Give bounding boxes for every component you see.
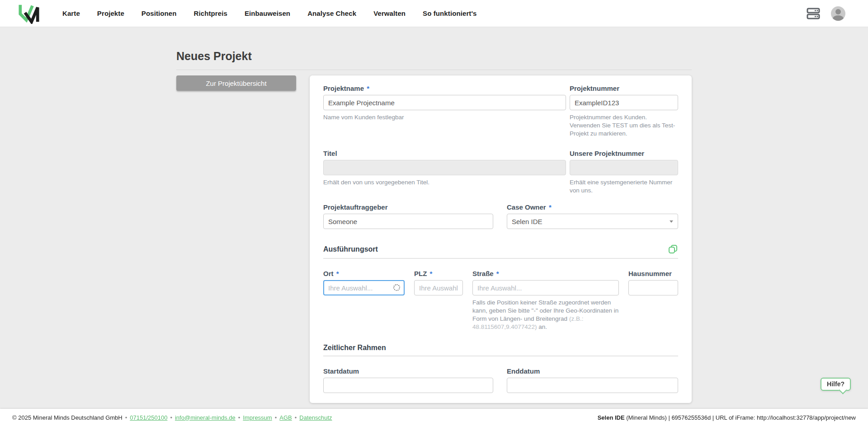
- avatar-body-icon: [833, 15, 844, 21]
- unsere-projektnummer-input: [570, 160, 678, 175]
- left-column: Zur Projektübersicht: [176, 75, 296, 91]
- nav-item-verwalten[interactable]: Verwalten: [373, 9, 406, 17]
- nav-item-so-funktionierts[interactable]: So funktioniert's: [423, 9, 476, 17]
- projektauftraggeber-label: Projektauftraggeber: [323, 203, 493, 211]
- mineral-minds-logo-icon[interactable]: [18, 3, 40, 24]
- separator-dot: •: [125, 414, 127, 421]
- startdatum-label: Startdatum: [323, 367, 493, 375]
- required-asterisk: *: [496, 270, 499, 277]
- nav-item-richtpreis[interactable]: Richtpreis: [194, 9, 227, 17]
- enddatum-input[interactable]: [507, 378, 678, 393]
- page-title: Neues Projekt: [176, 50, 692, 63]
- startdatum-input[interactable]: [323, 378, 493, 393]
- ort-label: Ort *: [323, 270, 405, 277]
- separator-dot: •: [238, 414, 241, 421]
- ausfuehrungsort-section-title: Ausführungsort: [323, 245, 378, 253]
- footer-email-link[interactable]: info@mineral-minds.de: [175, 414, 236, 421]
- titel-input: [323, 160, 566, 175]
- projektnummer-input[interactable]: [570, 95, 678, 110]
- avatar-head-icon: [835, 9, 841, 14]
- footer-impressum-link[interactable]: Impressum: [243, 414, 272, 421]
- section-divider: [323, 356, 678, 356]
- projektnummer-label: Projektnummer: [570, 84, 678, 92]
- projektauftraggeber-input[interactable]: [323, 214, 493, 229]
- enddatum-label: Enddatum: [507, 367, 678, 375]
- page-content: Neues Projekt Zur Projektübersicht Proje…: [176, 50, 692, 426]
- projektname-label: Projektname *: [323, 84, 566, 92]
- title-divider: [176, 70, 692, 70]
- separator-dot: •: [170, 414, 172, 421]
- session-details: (Mineral Minds) | 69576255536d | URL of …: [625, 414, 856, 421]
- help-button[interactable]: Hilfe?: [821, 378, 851, 391]
- plz-input[interactable]: [414, 280, 463, 295]
- nav-item-positionen[interactable]: Positionen: [142, 9, 177, 17]
- titel-help: Erhält den von uns vorgegebenen Titel.: [323, 178, 566, 187]
- server-icon[interactable]: [807, 8, 820, 19]
- footer-phone-link[interactable]: 07151/250100: [130, 414, 167, 421]
- copy-icon[interactable]: [668, 244, 678, 254]
- case-owner-label: Case Owner *: [507, 203, 678, 211]
- strasse-label: Straße *: [472, 270, 619, 277]
- unsere-projektnummer-help: Erhält eine systemgenerierte Nummer von …: [570, 178, 678, 195]
- nav-item-projekte[interactable]: Projekte: [97, 9, 124, 17]
- chevron-down-icon: [670, 220, 673, 223]
- section-divider: [323, 258, 678, 259]
- nav-item-karte[interactable]: Karte: [62, 9, 80, 17]
- loading-spinner-icon: [393, 284, 400, 291]
- session-user: Selen IDE: [598, 414, 625, 421]
- required-asterisk: *: [549, 203, 552, 211]
- footer-bar: © 2025 Mineral Minds Deutschland GmbH • …: [0, 409, 868, 426]
- footer-datenschutz-link[interactable]: Datenschutz: [299, 414, 332, 421]
- case-owner-selected-value: Selen IDE: [512, 218, 542, 225]
- top-navigation-bar: Karte Projekte Positionen Richtpreis Ein…: [0, 0, 868, 27]
- unsere-projektnummer-label: Unsere Projektnummer: [570, 150, 678, 157]
- main-menu: Karte Projekte Positionen Richtpreis Ein…: [62, 9, 477, 17]
- separator-dot: •: [275, 414, 277, 421]
- topbar-right-icons: [807, 6, 845, 21]
- new-project-form-card: Projektname * Name vom Kunden festlegbar…: [310, 75, 692, 403]
- back-to-projects-button[interactable]: Zur Projektübersicht: [176, 75, 296, 91]
- footer-session-info: Selen IDE (Mineral Minds) | 69576255536d…: [598, 414, 856, 421]
- footer-left: © 2025 Mineral Minds Deutschland GmbH • …: [12, 414, 332, 421]
- zeitlicher-rahmen-section-title: Zeitlicher Rahmen: [323, 344, 386, 352]
- hausnummer-label: Hausnummer: [628, 270, 678, 277]
- projektname-input[interactable]: [323, 95, 566, 110]
- nav-item-analyse-check[interactable]: Analyse Check: [307, 9, 356, 17]
- strasse-help: Falls die Position keiner Straße zugeord…: [472, 299, 619, 331]
- required-asterisk: *: [336, 270, 339, 277]
- user-avatar[interactable]: [831, 6, 845, 21]
- titel-label: Titel: [323, 150, 566, 157]
- strasse-input[interactable]: [472, 280, 619, 295]
- required-asterisk: *: [430, 270, 433, 277]
- projektnummer-help: Projektnummer des Kunden. Verwenden Sie …: [570, 113, 678, 138]
- projektname-help: Name vom Kunden festlegbar: [323, 113, 566, 122]
- plz-label: PLZ *: [414, 270, 463, 277]
- nav-item-einbauweisen[interactable]: Einbauweisen: [245, 9, 290, 17]
- copyright-text: © 2025 Mineral Minds Deutschland GmbH: [12, 414, 123, 421]
- case-owner-select[interactable]: Selen IDE: [507, 214, 678, 229]
- required-asterisk: *: [367, 84, 369, 92]
- ort-input[interactable]: [323, 280, 405, 295]
- hausnummer-input[interactable]: [628, 280, 678, 295]
- footer-agb-link[interactable]: AGB: [279, 414, 292, 421]
- separator-dot: •: [295, 414, 297, 421]
